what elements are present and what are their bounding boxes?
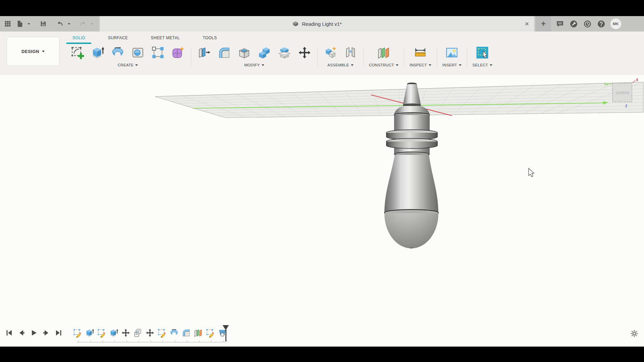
undo-caret-icon[interactable]	[68, 22, 71, 25]
ribbon-group-label-insert[interactable]: INSERT	[442, 63, 462, 67]
timeline-features	[73, 328, 227, 338]
ribbon-group-label-inspect[interactable]: INSPECT	[410, 63, 431, 67]
fillet-icon[interactable]	[217, 45, 231, 60]
timeline-feature-move-7[interactable]	[145, 328, 155, 338]
timeline-feature-sketch-8[interactable]	[157, 328, 167, 338]
ribbon-tabs: SOLIDSURFACESHEET METALTOOLS	[66, 32, 223, 44]
app-launcher-icon[interactable]	[3, 19, 12, 28]
x-axis-arrow-icon	[633, 80, 635, 82]
ribbon: SOLIDSURFACESHEET METALTOOLS CREATEMODIF…	[65, 32, 644, 75]
timeline-feature-extrude-2[interactable]	[85, 328, 94, 338]
titlebar-right-icons: MK	[555, 16, 621, 32]
workspace-label: DESIGN	[21, 49, 39, 54]
ribbon-group-label-create[interactable]: CREATE	[118, 63, 138, 67]
measure-icon[interactable]	[413, 45, 428, 60]
viewport: RIGHT Y X Z	[0, 75, 644, 347]
insert-image-icon[interactable]	[444, 45, 459, 60]
viewcube[interactable]: RIGHT Y X Z	[600, 77, 644, 112]
bottom-letterbox-bar	[0, 347, 644, 362]
ribbon-group-label-modify[interactable]: MODIFY	[244, 63, 264, 67]
new-tab-button[interactable]: +	[536, 16, 551, 32]
file-menu-caret-icon[interactable]	[28, 22, 31, 25]
y-axis-arrow-icon	[607, 84, 612, 84]
combine-icon[interactable]	[257, 45, 272, 60]
select-icon[interactable]	[475, 45, 490, 60]
ribbon-tab-sheet-metal[interactable]: SHEET METAL	[145, 32, 186, 44]
create-sketch-icon[interactable]	[70, 45, 85, 60]
ribbon-group-assemble: ASSEMBLE	[318, 44, 363, 67]
step-forward-button[interactable]	[42, 328, 51, 337]
revolve-icon[interactable]	[110, 45, 125, 60]
recent-activity-clock-icon[interactable]	[583, 19, 592, 28]
job-status-wrench-icon[interactable]	[569, 19, 578, 28]
document-cube-icon	[292, 20, 299, 27]
move-copy-icon[interactable]	[297, 45, 312, 60]
timeline-feature-extrude-4[interactable]	[109, 328, 118, 338]
hole-icon[interactable]	[130, 45, 145, 60]
chevron-down-icon	[459, 64, 462, 66]
redo-caret-icon[interactable]	[91, 22, 94, 25]
timeline-feature-sketch-3[interactable]	[97, 328, 106, 338]
rectangular-pattern-icon[interactable]	[151, 45, 165, 60]
help-icon[interactable]	[597, 19, 605, 28]
timeline-feature-plane-11[interactable]	[194, 328, 203, 338]
step-back-button[interactable]	[17, 328, 26, 337]
ribbon-toolbar: DESIGN SOLIDSURFACESHEET METALTOOLS CREA…	[0, 32, 644, 75]
ribbon-group-select: SELECT	[467, 44, 498, 67]
document-title: Reading Light v1*	[302, 21, 341, 27]
timeline-feature-revolve-9[interactable]	[169, 328, 179, 338]
shell-icon[interactable]	[237, 45, 252, 60]
timeline-settings-gear-icon[interactable]	[630, 329, 639, 338]
chevron-down-icon	[351, 64, 354, 66]
ribbon-group-insert: INSERT	[437, 44, 467, 67]
comments-icon[interactable]	[555, 19, 564, 28]
document-tab[interactable]: Reading Light v1* ✕	[100, 16, 534, 32]
play-button[interactable]	[30, 328, 38, 337]
close-tab-icon[interactable]: ✕	[523, 20, 531, 28]
ribbon-tab-solid[interactable]: SOLID	[66, 32, 91, 44]
press-pull-icon[interactable]	[197, 45, 211, 60]
workspace-selector-button[interactable]: DESIGN	[7, 37, 59, 66]
ribbon-group-modify: MODIFY	[191, 44, 317, 67]
timeline-feature-move-5[interactable]	[121, 328, 130, 338]
timeline-bar	[0, 326, 644, 347]
extrude-icon[interactable]	[90, 45, 105, 60]
timeline-feature-copy-6[interactable]	[133, 328, 143, 338]
ribbon-group-label-assemble[interactable]: ASSEMBLE	[327, 63, 353, 67]
ribbon-tab-surface[interactable]: SURFACE	[102, 32, 134, 44]
new-component-icon[interactable]	[323, 45, 338, 60]
titlebar: Reading Light v1* ✕ + MK	[0, 16, 644, 32]
save-icon[interactable]	[39, 19, 48, 28]
ribbon-group-create: CREATE	[65, 44, 191, 67]
joint-icon[interactable]	[343, 45, 358, 60]
chevron-down-icon	[429, 64, 431, 66]
split-body-icon[interactable]	[277, 45, 292, 60]
undo-icon[interactable]	[56, 19, 64, 28]
chevron-down-icon	[396, 64, 398, 66]
timeline-playhead-marker[interactable]	[222, 325, 229, 342]
skip-to-end-button[interactable]	[54, 328, 63, 337]
file-menu-icon[interactable]	[15, 19, 24, 28]
ribbon-groups: CREATEMODIFYASSEMBLECONSTRUCTINSPECTINSE…	[65, 44, 498, 67]
create-form-icon[interactable]	[171, 45, 185, 60]
account-avatar[interactable]: MK	[610, 18, 621, 29]
chevron-down-icon	[490, 64, 492, 66]
fusion360-window: Reading Light v1* ✕ + MK DESIGN SOLIDSUR…	[0, 0, 644, 362]
titlebar-left-icons	[3, 16, 94, 32]
viewcube-y-label: Y	[604, 82, 606, 86]
timeline-feature-sketch-12[interactable]	[206, 328, 215, 338]
timeline-feature-sketch-1[interactable]	[73, 328, 82, 338]
viewcube-x-label: X	[636, 78, 638, 82]
ribbon-group-label-construct[interactable]: CONSTRUCT	[369, 63, 398, 67]
ribbon-tab-tools[interactable]: TOOLS	[197, 32, 223, 44]
ribbon-group-construct: CONSTRUCT	[364, 44, 404, 67]
top-letterbox-bar	[0, 0, 644, 16]
timeline-group-bracket	[76, 339, 230, 343]
viewport-canvas[interactable]	[0, 75, 644, 347]
construct-plane-icon[interactable]	[376, 45, 391, 60]
redo-icon[interactable]	[78, 19, 87, 28]
skip-to-start-button[interactable]	[5, 328, 13, 337]
timeline-feature-fillet-10[interactable]	[181, 328, 191, 338]
workspace-caret-icon	[42, 51, 45, 52]
ribbon-group-label-select[interactable]: SELECT	[473, 63, 493, 67]
